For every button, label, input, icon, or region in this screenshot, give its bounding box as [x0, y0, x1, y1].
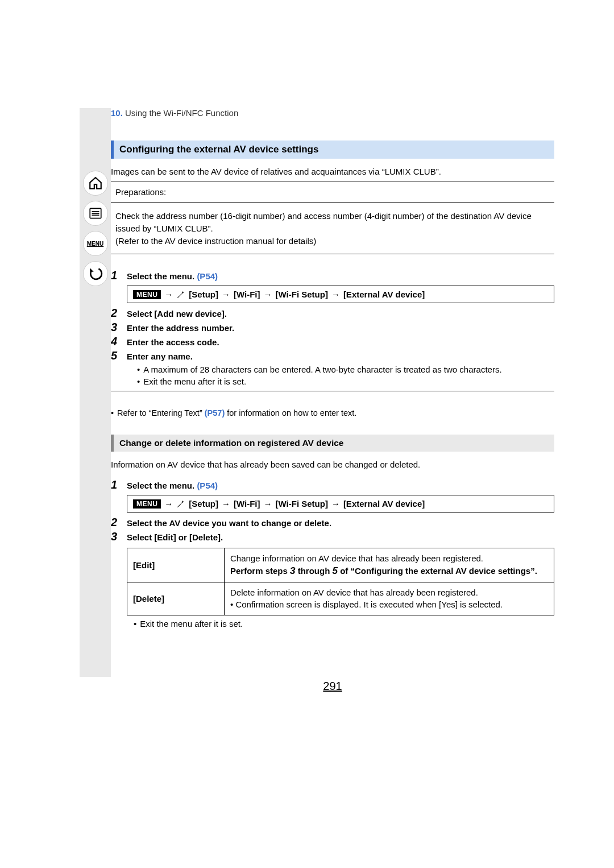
edit-desc: Change information on AV device that has…	[225, 548, 554, 582]
toc-button[interactable]	[83, 201, 108, 226]
breadcrumb: 10. Using the Wi-Fi/NFC Function	[111, 108, 554, 118]
step-text: Select [Edit] or [Delete].	[127, 532, 223, 542]
step-text: Enter the address number.	[127, 323, 234, 333]
path-wifisetup: [Wi-Fi Setup]	[276, 290, 328, 299]
step-text: Select the AV device you want to change …	[127, 518, 331, 528]
arrow-icon: →	[222, 290, 230, 299]
section-number: 10.	[111, 108, 123, 118]
path-setup: [Setup]	[189, 499, 218, 509]
menu-badge-icon: MENU	[133, 290, 161, 299]
steps-a: 1 Select the menu. (P54) MENU → [Setup] …	[111, 269, 554, 387]
menu-label: MENU	[87, 241, 103, 247]
bullet-text: A maximum of 28 characters can be entere…	[143, 363, 501, 375]
prep-line2: (Refer to the AV device instruction manu…	[115, 235, 550, 247]
heading-change-delete: Change or delete information on register…	[111, 435, 554, 452]
path-setup: [Setup]	[189, 290, 218, 299]
step-text: Select the menu.	[127, 481, 197, 490]
path-extav: [External AV device]	[343, 499, 425, 509]
wrench-icon	[176, 290, 185, 299]
section-title: Using the Wi-Fi/NFC Function	[125, 108, 238, 118]
page-link-p57[interactable]: (P57)	[205, 408, 225, 418]
step-number: 2	[111, 516, 127, 529]
arrow-icon: →	[331, 290, 340, 299]
bullet-text: Exit the menu after it is set.	[143, 375, 246, 387]
arrow-icon: →	[164, 499, 173, 509]
note-pre: Refer to “Entering Text”	[117, 408, 205, 418]
menu-path-b: MENU → [Setup] → [Wi-Fi] → [Wi-Fi Setup]…	[127, 495, 554, 512]
path-wifi: [Wi-Fi]	[234, 290, 260, 299]
menu-button[interactable]: MENU	[83, 231, 108, 256]
prep-line1: Check the address number (16-digit numbe…	[115, 210, 550, 235]
delete-label: [Delete]	[127, 582, 225, 615]
step-text: Enter the access code.	[127, 337, 219, 347]
wrench-icon	[176, 499, 185, 509]
bullet-icon: •	[137, 375, 140, 387]
exit-note-text: Exit the menu after it is set.	[140, 619, 243, 629]
page-content: 10. Using the Wi-Fi/NFC Function Configu…	[111, 108, 554, 693]
step-number: 2	[111, 307, 127, 320]
note-post: for information on how to enter text.	[225, 408, 356, 418]
arrow-icon: →	[264, 499, 272, 509]
step-text: Select [Add new device].	[127, 309, 227, 319]
steps-b: 1 Select the menu. (P54) MENU → [Setup] …	[111, 478, 554, 629]
home-button[interactable]	[83, 171, 108, 196]
preparations-block: Preparations: Check the address number (…	[111, 181, 554, 254]
delete-desc: Delete information on AV device that has…	[225, 582, 554, 615]
step-text: Select the menu.	[127, 271, 197, 281]
step-number: 5	[111, 349, 127, 362]
step-number: 1	[111, 478, 127, 491]
arrow-icon: →	[164, 290, 173, 299]
entering-text-note: • Refer to “Entering Text” (P57) for inf…	[111, 408, 554, 418]
intro2-text: Information on AV device that has alread…	[111, 458, 554, 470]
menu-badge-icon: MENU	[133, 499, 161, 509]
table-row: [Delete] Delete information on AV device…	[127, 582, 554, 615]
step-number: 3	[111, 530, 127, 543]
page-link-p54[interactable]: (P54)	[197, 271, 218, 281]
path-wifisetup: [Wi-Fi Setup]	[276, 499, 328, 509]
bullet-icon: •	[137, 363, 140, 375]
preparations-title: Preparations:	[111, 185, 554, 199]
step-number: 4	[111, 335, 127, 348]
list-icon	[88, 206, 103, 221]
arrow-icon: →	[331, 499, 340, 509]
step-text: Enter any name.	[127, 352, 193, 361]
page-number: 291	[111, 680, 554, 693]
step-number: 1	[111, 269, 127, 282]
menu-path-a: MENU → [Setup] → [Wi-Fi] → [Wi-Fi Setup]…	[127, 286, 554, 303]
heading-configure: Configuring the external AV device setti…	[111, 140, 554, 159]
page-link-p54[interactable]: (P54)	[197, 481, 218, 490]
path-extav: [External AV device]	[343, 290, 425, 299]
edit-label: [Edit]	[127, 548, 225, 582]
table-row: [Edit] Change information on AV device t…	[127, 548, 554, 582]
home-icon	[88, 176, 103, 191]
back-icon	[88, 266, 103, 281]
edit-delete-table: [Edit] Change information on AV device t…	[127, 548, 554, 615]
path-wifi: [Wi-Fi]	[234, 499, 260, 509]
arrow-icon: →	[264, 290, 272, 299]
back-button[interactable]	[83, 261, 108, 286]
sidebar: MENU	[80, 108, 111, 677]
bullet-icon: •	[134, 619, 136, 629]
arrow-icon: →	[222, 499, 230, 509]
bullet-icon: •	[111, 408, 114, 418]
step-number: 3	[111, 321, 127, 334]
intro-text: Images can be sent to the AV device of r…	[111, 166, 554, 177]
